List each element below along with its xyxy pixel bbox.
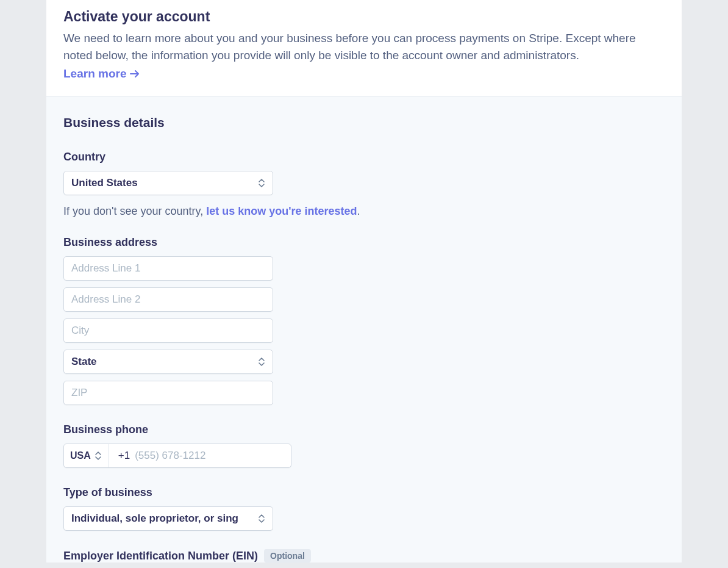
chevron-updown-icon — [258, 357, 265, 367]
chevron-updown-icon — [258, 178, 265, 188]
ein-label: Employer Identification Number (EIN) — [63, 550, 258, 563]
address-line2-input[interactable] — [63, 287, 273, 312]
learn-more-label: Learn more — [63, 67, 126, 81]
learn-more-link[interactable]: Learn more — [63, 67, 140, 81]
country-label: Country — [63, 151, 665, 164]
phone-input[interactable] — [135, 444, 291, 467]
country-select-value: United States — [71, 177, 143, 189]
phone-country-select[interactable]: USA — [64, 444, 109, 467]
city-input[interactable] — [63, 318, 273, 343]
country-hint-link[interactable]: let us know you're interested — [206, 205, 357, 217]
country-hint: If you don't see your country, let us kn… — [63, 205, 665, 218]
chevron-updown-icon — [258, 514, 265, 523]
chevron-updown-icon — [95, 451, 102, 461]
country-hint-prefix: If you don't see your country, — [63, 205, 206, 217]
country-hint-suffix: . — [357, 205, 360, 217]
phone-prefix: +1 — [109, 450, 135, 462]
ein-optional-badge: Optional — [264, 549, 311, 563]
state-select-value: State — [71, 356, 102, 368]
business-details-heading: Business details — [63, 115, 665, 130]
phone-country-label: USA — [70, 450, 91, 461]
state-select[interactable]: State — [63, 350, 273, 374]
zip-input[interactable] — [63, 381, 273, 405]
address-line1-input[interactable] — [63, 256, 273, 281]
address-label: Business address — [63, 236, 665, 249]
business-type-select[interactable]: Individual, sole proprietor, or sing — [63, 506, 273, 531]
business-type-label: Type of business — [63, 486, 665, 499]
country-select[interactable]: United States — [63, 171, 273, 195]
business-type-select-value: Individual, sole proprietor, or sing — [71, 512, 243, 525]
page-description: We need to learn more about you and your… — [63, 30, 665, 63]
arrow-right-icon — [130, 70, 140, 78]
phone-label: Business phone — [63, 423, 665, 436]
page-title: Activate your account — [63, 9, 665, 25]
